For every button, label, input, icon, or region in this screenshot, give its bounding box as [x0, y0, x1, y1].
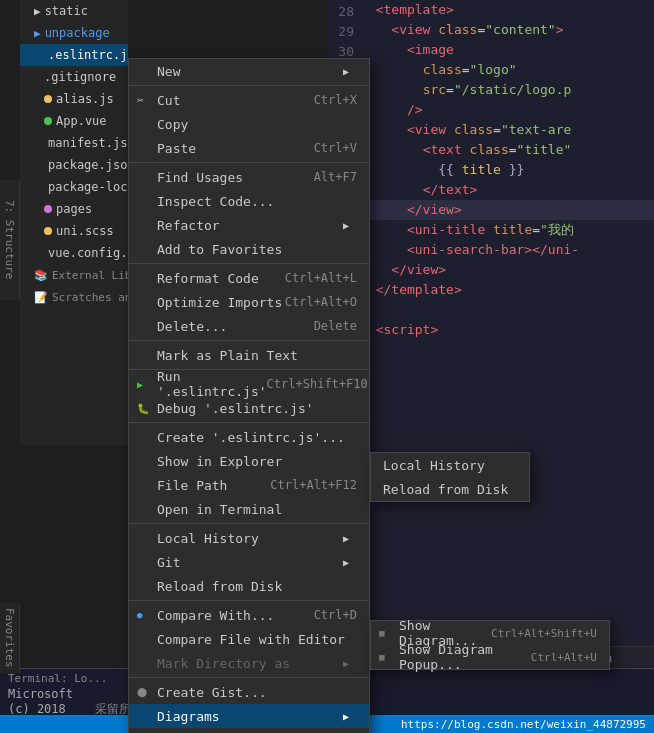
favorites-tab[interactable]: Favorites	[0, 603, 20, 673]
code-line-37: </text>	[360, 180, 654, 200]
menu-label-compare-editor: Compare File with Editor	[157, 632, 345, 647]
tree-label: static	[45, 4, 88, 18]
shortcut-delete: Delete	[314, 319, 357, 333]
submenu-arrow-refactor: ▶	[343, 220, 349, 231]
context-menu: New ▶ ✂ Cut Ctrl+X Copy Paste Ctrl+V Fin…	[128, 58, 370, 733]
submenu-arrow-new: ▶	[343, 66, 349, 77]
tree-item-package[interactable]: package.json	[20, 154, 128, 176]
menu-label-mark-dir: Mark Directory as	[157, 656, 290, 671]
tree-item-packagelock[interactable]: package-lock.json	[20, 176, 128, 198]
tree-label: package.json	[48, 158, 128, 172]
shortcut-compare: Ctrl+D	[314, 608, 357, 622]
code-line-29: <view class="content">	[360, 20, 654, 40]
menu-item-copy[interactable]: Copy	[129, 112, 369, 136]
menu-item-compare-editor[interactable]: Compare File with Editor	[129, 627, 369, 651]
menu-item-reload-disk[interactable]: Reload from Disk	[129, 574, 369, 598]
shortcut-reformat: Ctrl+Alt+L	[285, 271, 357, 285]
submenu-item-show-popup[interactable]: ▦ Show Diagram Popup... Ctrl+Alt+U	[371, 645, 609, 669]
tree-item-gitignore[interactable]: .gitignore	[20, 66, 128, 88]
menu-label-reformat: Reformat Code	[157, 271, 259, 286]
submenu-label-local-history: Local History	[383, 458, 485, 473]
tree-item-alias[interactable]: alias.js	[20, 88, 128, 110]
menu-label-create-gist: Create Gist...	[157, 685, 267, 700]
tree-item-appvue[interactable]: App.vue	[20, 110, 128, 132]
tree-item-eslintrc[interactable]: .eslintrc.js	[20, 44, 128, 66]
menu-label-debug: Debug '.eslintrc.js'	[157, 401, 314, 416]
tree-item-pages[interactable]: pages	[20, 198, 128, 220]
menu-item-mark-dir[interactable]: Mark Directory as ▶	[129, 651, 369, 675]
menu-item-refactor[interactable]: Refactor ▶	[129, 213, 369, 237]
menu-item-show-explorer[interactable]: Show in Explorer	[129, 449, 369, 473]
structure-tab[interactable]: 7: Structure	[0, 180, 20, 300]
shortcut-run: Ctrl+Shift+F10	[267, 377, 368, 391]
tree-label: pages	[56, 202, 92, 216]
menu-label-create: Create '.eslintrc.js'...	[157, 430, 345, 445]
tree-label: manifest.json	[48, 136, 128, 150]
code-line-30: <image	[360, 40, 654, 60]
structure-tab-label: 7: Structure	[3, 200, 16, 279]
menu-label-new: New	[157, 64, 180, 79]
menu-item-new[interactable]: New ▶	[129, 59, 369, 83]
code-line-28: <template>	[360, 0, 654, 20]
code-line-35: <text class="title"	[360, 140, 654, 160]
show-popup-icon: ▦	[379, 652, 384, 662]
menu-item-diagrams[interactable]: Diagrams ▶	[129, 704, 369, 728]
menu-separator-8	[129, 600, 369, 601]
tree-item-manifest[interactable]: manifest.json	[20, 132, 128, 154]
gist-icon: ⬤	[137, 687, 147, 697]
file-tree: ▶ static ▶ unpackage .eslintrc.js .gitig…	[20, 0, 128, 445]
tree-item-static[interactable]: ▶ static	[20, 0, 128, 22]
menu-item-reformat[interactable]: Reformat Code Ctrl+Alt+L	[129, 266, 369, 290]
tree-item-uniscss[interactable]: uni.scss	[20, 220, 128, 242]
shortcut-find-usages: Alt+F7	[314, 170, 357, 184]
menu-label-mark-plain: Mark as Plain Text	[157, 348, 298, 363]
menu-item-fix-eslint[interactable]: Fix ESLint Problems	[129, 728, 369, 733]
submenu-label-show-popup: Show Diagram Popup...	[399, 642, 531, 672]
code-line-41: </view>	[360, 260, 654, 280]
code-line-34: <view class="text-are	[360, 120, 654, 140]
menu-label-show-explorer: Show in Explorer	[157, 454, 282, 469]
tree-item-external[interactable]: 📚 External Libraries	[20, 264, 128, 286]
menu-label-git: Git	[157, 555, 180, 570]
code-line-44: <script>	[360, 320, 654, 340]
tree-item-vueconfig[interactable]: vue.config.js	[20, 242, 128, 264]
tree-label: Scratches and C...	[52, 291, 128, 304]
menu-item-cut[interactable]: ✂ Cut Ctrl+X	[129, 88, 369, 112]
menu-item-optimize-imports[interactable]: Optimize Imports Ctrl+Alt+O	[129, 290, 369, 314]
tree-label: package-lock.json	[48, 180, 128, 194]
menu-item-paste[interactable]: Paste Ctrl+V	[129, 136, 369, 160]
submenu-item-reload-disk[interactable]: Reload from Disk	[371, 477, 529, 501]
code-line-42: </template>	[360, 280, 654, 300]
menu-item-inspect-code[interactable]: Inspect Code...	[129, 189, 369, 213]
menu-separator-6	[129, 422, 369, 423]
tree-label: uni.scss	[56, 224, 114, 238]
menu-label-reload-disk: Reload from Disk	[157, 579, 282, 594]
menu-item-open-terminal[interactable]: Open in Terminal	[129, 497, 369, 521]
code-line-32: src="/static/logo.p	[360, 80, 654, 100]
tree-item-unpackage[interactable]: ▶ unpackage	[20, 22, 128, 44]
tree-item-scratches[interactable]: 📝 Scratches and C...	[20, 286, 128, 308]
menu-item-local-history[interactable]: Local History ▶	[129, 526, 369, 550]
shortcut-optimize: Ctrl+Alt+O	[285, 295, 357, 309]
tree-label: .gitignore	[44, 70, 116, 84]
code-line-31: class="logo"	[360, 60, 654, 80]
menu-item-git[interactable]: Git ▶	[129, 550, 369, 574]
menu-item-create[interactable]: Create '.eslintrc.js'...	[129, 425, 369, 449]
menu-item-run[interactable]: ▶ Run '.eslintrc.js' Ctrl+Shift+F10	[129, 372, 369, 396]
menu-item-compare-with[interactable]: ● Compare With... Ctrl+D	[129, 603, 369, 627]
menu-item-debug[interactable]: 🐛 Debug '.eslintrc.js'	[129, 396, 369, 420]
submenu-item-local-history[interactable]: Local History	[371, 453, 529, 477]
submenu-arrow-git: ▶	[343, 557, 349, 568]
menu-item-delete[interactable]: Delete... Delete	[129, 314, 369, 338]
menu-item-create-gist[interactable]: ⬤ Create Gist...	[129, 680, 369, 704]
code-editor: 28 29 30 31 32 33 34 35 36 37 38 39 40 4…	[328, 0, 654, 668]
tree-label: External Libraries	[52, 269, 128, 282]
menu-item-add-favorites[interactable]: Add to Favorites	[129, 237, 369, 261]
shortcut-paste: Ctrl+V	[314, 141, 357, 155]
cut-icon: ✂	[137, 94, 144, 107]
status-url[interactable]: https://blog.csdn.net/weixin_44872995	[401, 718, 646, 731]
menu-item-find-usages[interactable]: Find Usages Alt+F7	[129, 165, 369, 189]
menu-item-mark-plain[interactable]: Mark as Plain Text	[129, 343, 369, 367]
code-line-33: />	[360, 100, 654, 120]
menu-item-file-path[interactable]: File Path Ctrl+Alt+F12	[129, 473, 369, 497]
